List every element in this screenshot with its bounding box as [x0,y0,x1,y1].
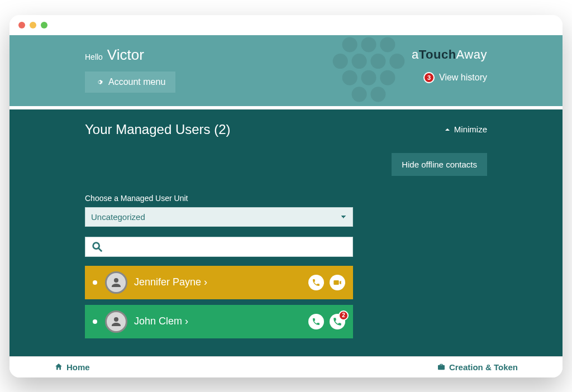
app-header: Hello Victor Account menu aTouchAway 3 V… [9,35,563,106]
user-name-label: John Clem › [134,315,308,327]
window-minimize-dot[interactable] [30,22,36,28]
brand-logo: aTouchAway [412,47,487,62]
view-history-button[interactable]: 3 View history [423,72,487,83]
notification-badge: 2 [339,310,349,321]
home-link[interactable]: Home [54,362,90,372]
status-dot [93,280,97,285]
brand-a: a [412,47,419,61]
window-maximize-dot[interactable] [41,22,47,28]
view-history-label: View history [439,73,487,83]
svg-point-12 [93,242,99,248]
window-titlebar [9,15,563,35]
home-icon [54,362,63,371]
user-row[interactable]: John Clem › 2 [85,305,353,338]
video-icon [333,278,342,287]
gear-icon [95,78,104,87]
search-icon [91,241,103,253]
phone-icon [312,278,321,287]
window-close-dot[interactable] [18,22,25,28]
header-left: Hello Victor Account menu [85,46,175,93]
phone-icon [312,317,321,326]
user-list: Jennifer Payne › John [85,266,353,338]
creation-token-link[interactable]: Creation & Token [437,362,518,372]
footer-nav: Home Creation & Token [9,356,563,377]
unit-select[interactable]: Uncategorized [85,207,353,227]
section-header: Your Managed Users (2) Minimize [85,122,487,137]
user-row[interactable]: Jennifer Payne › [85,266,353,299]
call-history-button[interactable]: 2 [330,314,345,329]
hide-offline-label: Hide offline contacts [402,160,477,169]
search-input[interactable] [108,242,347,251]
history-count-badge: 3 [423,72,435,83]
row-actions [308,275,345,290]
user-name: Victor [107,46,144,63]
status-dot [93,319,97,324]
avatar [105,310,127,333]
call-button[interactable] [308,275,324,290]
call-button[interactable] [308,314,324,329]
section-title: Your Managed Users (2) [85,122,231,137]
avatar [105,271,127,294]
video-call-button[interactable] [330,275,345,290]
chevron-up-icon [444,126,451,133]
briefcase-icon [437,362,446,371]
hide-offline-button[interactable]: Hide offline contacts [392,153,487,176]
brand-away: Away [456,47,487,61]
person-icon [109,315,123,328]
svg-line-13 [99,248,102,251]
main-content: Your Managed Users (2) Minimize Hide off… [9,109,563,356]
account-menu-button[interactable]: Account menu [85,71,175,93]
greeting-prefix: Hello [85,52,103,61]
header-right: aTouchAway 3 View history [412,46,487,83]
person-icon [109,276,123,289]
greeting: Hello Victor [85,46,175,64]
home-label: Home [66,362,90,372]
minimize-button[interactable]: Minimize [444,125,487,134]
account-menu-label: Account menu [108,77,165,87]
app-window: Hello Victor Account menu aTouchAway 3 V… [9,15,563,377]
row-actions: 2 [308,314,345,329]
unit-select-label: Choose a Managed User Unit [85,194,487,203]
user-name-label: Jennifer Payne › [134,276,308,288]
creation-label: Creation & Token [449,362,518,372]
search-box[interactable] [85,237,353,257]
minimize-label: Minimize [454,125,487,134]
brand-touch: Touch [419,47,456,61]
